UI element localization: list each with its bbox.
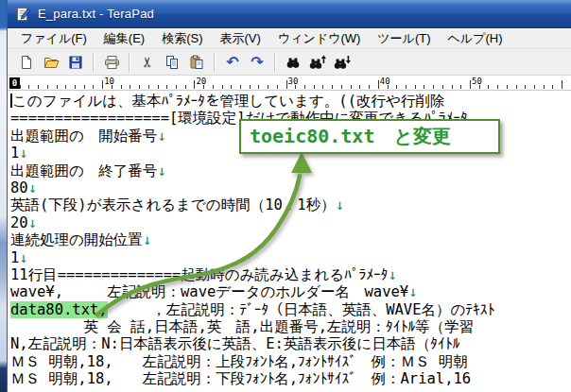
undo-button[interactable]: ↶ (220, 51, 245, 74)
ruler-tick (378, 80, 379, 89)
ruler-tick (75, 85, 76, 89)
ruler-tick (194, 80, 195, 89)
ruler-tick (65, 85, 66, 89)
line-text: 英 会 話,日本語,英 語,出題番号,左説明：ﾀｲﾄﾙ等（学習 (10, 318, 474, 335)
background-window-edge (0, 0, 7, 392)
ruler-tick (213, 85, 214, 89)
callout-note: toeic80.txt と変更 (239, 119, 500, 154)
ruler-tick (121, 85, 122, 89)
ruler-label: 30 (288, 77, 299, 86)
find-up-button[interactable] (305, 51, 330, 74)
menu-item-1[interactable]: 編集(E) (95, 28, 153, 50)
ruler-tick (185, 85, 186, 89)
redo-button[interactable]: ↷ (245, 51, 269, 74)
line-text: 1 (10, 249, 19, 266)
ruler-tick (406, 85, 407, 89)
newline-mark: ↓ (157, 162, 165, 179)
ruler-tick (314, 85, 315, 89)
ruler-tick (507, 85, 508, 89)
window-title: E_para.txt - TeraPad (38, 7, 154, 21)
redo-icon: ↷ (251, 55, 263, 70)
line-text: 80 (10, 179, 28, 196)
paste-button[interactable] (184, 51, 209, 74)
save-icon (68, 55, 83, 70)
ruler-tick (304, 85, 305, 89)
line-text: このファイルは、基本ﾊﾟﾗﾒｰﾀを管理しています。((改行や行削除 (12, 93, 444, 110)
ruler-tick (470, 80, 471, 89)
menu-item-2[interactable]: 検索(S) (153, 28, 211, 50)
ruler-tick (332, 85, 333, 89)
ruler-origin-label: 0 (9, 77, 20, 89)
ruler-tick (341, 85, 342, 89)
newline-mark: ↓ (28, 179, 37, 196)
line-text: N,左記説明：N:日本語表示後に英語、E:英語表示後に日本語（ﾀｲﾄﾙ (10, 335, 459, 352)
title-bar[interactable]: E_para.txt - TeraPad (8, 0, 571, 28)
editor-line: 英 会 話,日本語,英 語,出題番号,左説明：ﾀｲﾄﾙ等（学習 (10, 318, 571, 335)
ruler-tick (57, 85, 58, 89)
print-button[interactable] (99, 51, 124, 74)
ruler-tick (452, 85, 453, 89)
ruler-tick (84, 85, 85, 89)
ruler-tick (286, 80, 287, 89)
open-file-button[interactable] (39, 51, 63, 74)
line-text: 出題範囲の 開始番号 (10, 128, 157, 145)
ruler-tick (525, 85, 526, 89)
menu-item-5[interactable]: ツール(T) (369, 28, 439, 50)
ruler-tick (102, 80, 103, 89)
menu-item-3[interactable]: 表示(V) (212, 28, 269, 50)
paste-icon (189, 55, 204, 70)
save-button[interactable] (63, 51, 88, 74)
ruler-tick (277, 85, 278, 89)
menu-item-6[interactable]: ヘルプ(H) (440, 28, 511, 50)
ruler-tick (497, 85, 498, 89)
toolbar-separator (129, 53, 130, 72)
menu-item-4[interactable]: ウィンドウ(W) (269, 28, 369, 50)
editor-line: このファイルは、基本ﾊﾟﾗﾒｰﾀを管理しています。((改行や行削除 (10, 93, 571, 110)
column-ruler: 0 1020304050 (8, 76, 571, 91)
ruler-tick (231, 85, 232, 89)
line-text: 20 (10, 214, 28, 231)
toolbar-separator (214, 53, 216, 72)
cut-icon: ✂ (140, 56, 154, 68)
ruler-tick (28, 85, 29, 89)
menu-item-0[interactable]: ファイル(F) (12, 28, 95, 50)
find-button[interactable] (281, 51, 305, 74)
menu-bar: ファイル(F)編集(E)検索(S)表示(V)ウィンドウ(W)ツール(T)ヘルプ(… (8, 28, 571, 49)
newline-mark: ↓ (143, 231, 151, 248)
ruler-tick (38, 85, 39, 89)
copy-button[interactable] (160, 51, 184, 74)
find-up-icon (309, 55, 326, 70)
cut-button[interactable]: ✂ (135, 51, 160, 74)
editor-line: 出題範囲の 終了番号↓ (10, 162, 571, 179)
editor-line: ＭＳ 明朝,18, 左記説明：上段ﾌｫﾝﾄ名,ﾌｫﾝﾄｻｲｽﾞ 例：ＭＳ 明朝 (10, 353, 571, 370)
newline-mark: ↓ (19, 145, 27, 162)
line-text: ＭＳ 明朝,18, 左記説明：上段ﾌｫﾝﾄ名,ﾌｫﾝﾄｻｲｽﾞ 例：ＭＳ 明朝 (10, 353, 468, 370)
callout-label: toeic80.txt と変更 (250, 124, 451, 149)
ruler-tick (534, 85, 535, 89)
editor-line: 英語(下段)が表示されるまでの時間（10：1秒）↓ (10, 196, 571, 213)
line-text: wave¥, 左記説明：waveデータのホルダー名 wave¥ (10, 283, 408, 300)
ruler-tick (351, 85, 352, 89)
line-text: 連続処理の開始位置 (10, 231, 143, 248)
ruler-label: 40 (380, 77, 390, 86)
ruler-tick (516, 85, 517, 89)
ruler-tick (20, 85, 21, 89)
print-icon (104, 55, 120, 70)
line-text: ，左記説明：ﾃﾞｰﾀ（日本語、英語、WAVE名）のﾃｷｽﾄ (108, 301, 495, 318)
ruler-tick (222, 85, 223, 89)
ruler-tick (369, 85, 370, 89)
ruler-tick (268, 85, 268, 89)
ruler-tick (322, 85, 323, 89)
ruler-tick (552, 85, 553, 89)
new-file-button[interactable] (14, 51, 39, 74)
editor-line: wave¥, 左記説明：waveデータのホルダー名 wave¥↓ (10, 283, 571, 300)
find-down-button[interactable] (330, 51, 355, 74)
ruler-tick (488, 85, 489, 89)
editor-line: 20↓ (10, 214, 571, 231)
editor-line: data80.txt, ，左記説明：ﾃﾞｰﾀ（日本語、英語、WAVE名）のﾃｷｽ… (10, 301, 571, 318)
ruler-tick (258, 85, 259, 89)
editor-line: 80↓ (10, 179, 571, 196)
newline-mark: ↓ (28, 214, 37, 231)
terapad-app-icon (16, 7, 31, 22)
screen: E_para.txt - TeraPad ファイル(F)編集(E)検索(S)表示… (0, 0, 571, 392)
